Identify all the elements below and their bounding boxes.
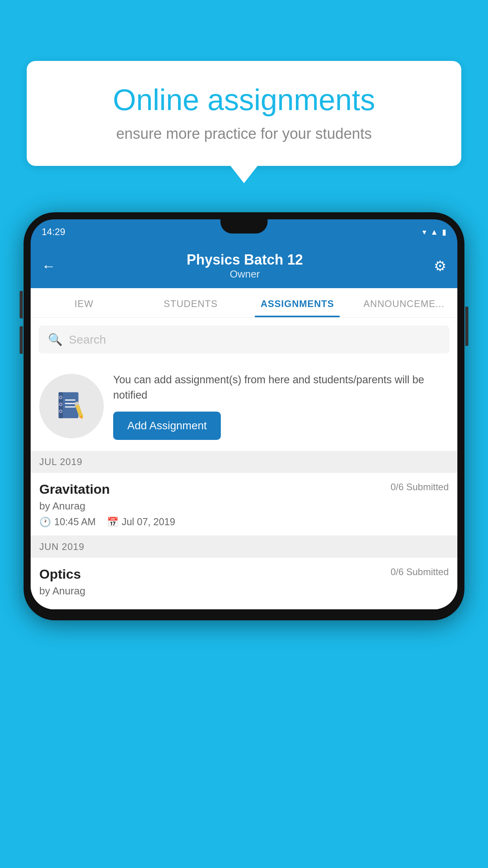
tab-announcements[interactable]: ANNOUNCEME... [351,288,458,317]
side-button-vol-up [20,291,23,318]
assignment-title: Gravitation [39,482,110,497]
header-center: Physics Batch 12 Owner [187,252,303,280]
header-subtitle: Owner [187,268,303,280]
calendar-icon: 📅 [107,517,119,528]
phone-screen: ← Physics Batch 12 Owner ⚙ IEW STUDENTS … [31,245,457,609]
wifi-icon: ▾ [422,227,426,237]
search-icon: 🔍 [48,333,62,346]
assignment-meta: 🕐 10:45 AM 📅 Jul 07, 2019 [39,516,449,528]
search-container: 🔍 Search [31,318,457,361]
assignment-item-gravitation[interactable]: Gravitation 0/6 Submitted by Anurag 🕐 10… [31,473,457,536]
side-button-power [465,307,468,346]
info-text-area: You can add assignment(s) from here and … [113,372,449,440]
settings-button[interactable]: ⚙ [434,258,446,274]
speech-bubble-container: Online assignments ensure more practice … [27,61,461,166]
app-header: ← Physics Batch 12 Owner ⚙ [31,245,457,288]
assignment-by-optics: by Anurag [39,585,449,597]
month-separator-jun: JUN 2019 [31,536,457,558]
status-time: 14:29 [42,226,65,237]
speech-bubble-subtitle: ensure more practice for your students [50,125,438,142]
add-assignment-button[interactable]: Add Assignment [113,412,221,440]
signal-icon: ▲ [430,228,438,237]
tabs-bar: IEW STUDENTS ASSIGNMENTS ANNOUNCEME... [31,288,457,318]
search-bar[interactable]: 🔍 Search [39,326,449,353]
status-icons: ▾ ▲ ▮ [422,227,446,237]
assignment-row-top-optics: Optics 0/6 Submitted [39,566,449,582]
assignment-title-optics: Optics [39,566,81,582]
assignment-row-top: Gravitation 0/6 Submitted [39,482,449,497]
tab-iew[interactable]: IEW [31,288,138,317]
month-separator-jul: JUL 2019 [31,451,457,473]
phone-body: 14:29 ▾ ▲ ▮ ← Physics Batch 12 Owner ⚙ I [24,212,464,620]
phone-mockup: 14:29 ▾ ▲ ▮ ← Physics Batch 12 Owner ⚙ I [24,212,464,620]
info-section: You can add assignment(s) from here and … [31,361,457,451]
assignment-by: by Anurag [39,500,449,512]
search-placeholder: Search [69,333,106,346]
info-description: You can add assignment(s) from here and … [113,372,449,403]
phone-notch [220,219,268,234]
notebook-icon [54,389,89,423]
back-button[interactable]: ← [42,258,56,274]
header-title: Physics Batch 12 [187,252,303,268]
assignment-item-optics[interactable]: Optics 0/6 Submitted by Anurag [31,558,457,609]
assignment-status-optics: 0/6 Submitted [391,566,449,577]
clock-icon: 🕐 [39,517,51,528]
assignment-time: 🕐 10:45 AM [39,516,96,528]
assignment-date: 📅 Jul 07, 2019 [107,516,175,528]
speech-bubble: Online assignments ensure more practice … [27,61,461,166]
tab-students[interactable]: STUDENTS [138,288,244,317]
assignment-status: 0/6 Submitted [391,482,449,493]
notebook-icon-circle [39,374,104,438]
tab-assignments[interactable]: ASSIGNMENTS [244,288,351,317]
speech-bubble-title: Online assignments [50,83,438,117]
status-bar: 14:29 ▾ ▲ ▮ [31,219,457,245]
battery-icon: ▮ [442,227,446,237]
side-button-vol-down [20,326,23,354]
